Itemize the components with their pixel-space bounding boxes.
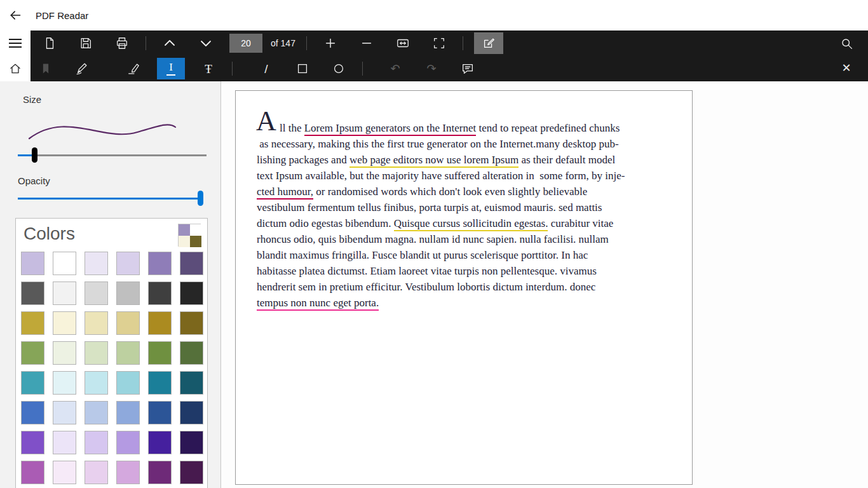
color-swatch[interactable] (148, 371, 172, 395)
next-page-button[interactable] (193, 33, 219, 53)
body-text: blandit maximus fringilla. Fusce blandit… (257, 249, 588, 261)
color-swatch[interactable] (148, 401, 172, 424)
opacity-slider[interactable] (18, 191, 203, 206)
color-swatch[interactable] (85, 311, 108, 335)
color-swatch[interactable] (148, 281, 172, 305)
custom-color-checker-icon[interactable] (178, 224, 201, 247)
page-number-input[interactable]: 20 (229, 34, 262, 53)
redo-button[interactable]: ↷ (419, 58, 444, 79)
plus-icon (323, 36, 337, 50)
color-swatch[interactable] (116, 401, 140, 424)
size-slider-track[interactable] (18, 154, 207, 156)
zoom-in-button[interactable] (318, 33, 343, 53)
underlined-text: tempus non nunc eget porta. (257, 297, 379, 311)
color-swatch[interactable] (148, 311, 172, 335)
document-line: ll the Lorem Ipsum generators on the Int… (257, 120, 674, 136)
color-swatch[interactable] (180, 461, 203, 484)
color-swatch[interactable] (21, 252, 44, 275)
search-icon (840, 37, 853, 50)
color-swatch[interactable] (85, 252, 108, 275)
color-swatch[interactable] (21, 311, 44, 335)
color-swatch[interactable] (53, 341, 76, 365)
document-line: hendrerit sem in pretium efficitur. Vest… (257, 279, 674, 295)
color-swatch[interactable] (180, 252, 203, 275)
color-swatch[interactable] (85, 281, 108, 305)
color-swatch[interactable] (116, 431, 140, 454)
color-swatch[interactable] (180, 431, 203, 454)
size-slider[interactable] (18, 147, 207, 163)
color-swatch[interactable] (116, 281, 140, 305)
size-slider-thumb[interactable] (32, 147, 37, 163)
color-swatch[interactable] (116, 252, 140, 275)
color-swatch[interactable] (85, 371, 108, 395)
main-toolbar: 20 of 147 (0, 30, 868, 56)
color-swatch[interactable] (180, 311, 203, 335)
previous-page-button[interactable] (157, 33, 182, 53)
toolbar-separator (232, 62, 233, 76)
color-swatch[interactable] (116, 341, 140, 365)
color-swatch[interactable] (148, 341, 172, 365)
undo-button[interactable]: ↶ (383, 58, 408, 79)
color-swatch[interactable] (148, 461, 172, 484)
color-swatch[interactable] (180, 371, 203, 395)
color-swatch[interactable] (148, 431, 172, 454)
color-swatch[interactable] (53, 461, 76, 484)
document-line: vestibulum fermentum tellus finibus, por… (257, 200, 674, 215)
rectangle-tool-button[interactable] (290, 58, 315, 79)
color-swatch[interactable] (53, 431, 76, 454)
annotate-button[interactable] (474, 32, 503, 54)
color-swatch[interactable] (21, 371, 44, 395)
color-swatch[interactable] (21, 401, 44, 424)
fit-width-button[interactable] (390, 33, 416, 53)
fit-page-button[interactable] (426, 33, 452, 53)
rectangle-icon (295, 62, 309, 76)
color-swatch[interactable] (53, 311, 76, 335)
fullscreen-icon (432, 36, 446, 50)
color-swatch[interactable] (180, 401, 203, 424)
line-tool-button[interactable]: / (254, 58, 279, 79)
close-annotation-button[interactable]: ✕ (834, 58, 859, 78)
color-swatch[interactable] (53, 252, 76, 275)
pen-tool-button[interactable] (69, 58, 95, 79)
menu-button[interactable] (0, 30, 31, 56)
color-swatch[interactable] (85, 401, 108, 424)
color-swatch[interactable] (180, 281, 203, 305)
color-swatch[interactable] (21, 431, 44, 454)
color-swatch[interactable] (116, 461, 140, 484)
ellipse-tool-button[interactable] (326, 58, 351, 79)
color-swatch[interactable] (85, 431, 108, 454)
bookmark-button[interactable] (33, 58, 58, 79)
color-swatch[interactable] (180, 341, 203, 365)
document-line: habitasse platea dictumst. Etiam laoreet… (257, 263, 674, 279)
pdf-page[interactable]: A ll the Lorem Ipsum generators on the I… (235, 90, 693, 485)
search-button[interactable] (834, 33, 859, 53)
pages-view-button[interactable] (37, 33, 62, 53)
color-swatch[interactable] (53, 401, 76, 424)
chevron-down-icon (198, 36, 214, 51)
back-button[interactable] (0, 0, 31, 30)
body-text: vestibulum fermentum tellus finibus, por… (257, 201, 602, 214)
color-swatch[interactable] (85, 341, 108, 365)
zoom-out-button[interactable] (354, 33, 379, 53)
color-swatch[interactable] (116, 371, 140, 395)
home-button[interactable] (0, 56, 31, 81)
color-swatch[interactable] (53, 281, 76, 305)
document-line: dictum odio egestas bibendum. Quisque cu… (257, 215, 674, 231)
color-swatch[interactable] (21, 341, 44, 365)
toolbar-separator (362, 62, 363, 76)
save-button[interactable] (73, 33, 98, 53)
color-swatch[interactable] (21, 281, 44, 305)
comment-button[interactable] (455, 58, 480, 79)
strikethrough-tool-button[interactable]: Ŧ (196, 58, 221, 79)
highlighter-tool-button[interactable] (121, 58, 146, 79)
print-icon (115, 36, 129, 50)
opacity-slider-thumb[interactable] (198, 191, 203, 206)
color-swatch[interactable] (53, 371, 76, 395)
color-swatch[interactable] (85, 461, 108, 484)
color-swatch[interactable] (148, 252, 172, 275)
text-tool-button[interactable]: I (157, 58, 185, 79)
color-swatch[interactable] (21, 461, 44, 484)
color-swatch[interactable] (116, 311, 140, 335)
body-text: habitasse platea dictumst. Etiam laoreet… (257, 265, 597, 277)
print-button[interactable] (109, 33, 135, 53)
